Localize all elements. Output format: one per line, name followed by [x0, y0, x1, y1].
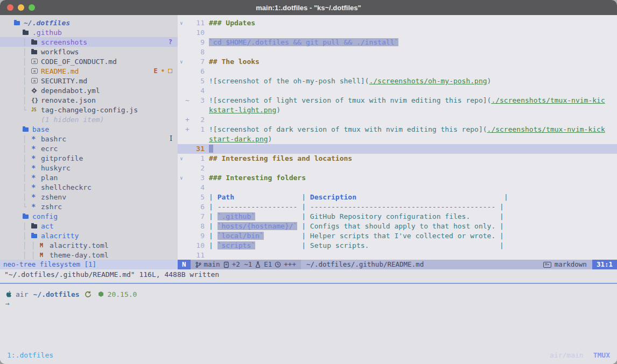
line-text: | `local/bin` | Helper scripts that I've… [205, 231, 617, 241]
gutter-sign [185, 144, 191, 154]
fold-column [178, 241, 185, 251]
star-icon: * [31, 202, 40, 211]
line-text: start-dark.png) [205, 134, 617, 144]
tree-item[interactable]: base [0, 124, 178, 134]
tree-item[interactable]: │*zshenv [0, 192, 178, 202]
tree-item[interactable]: │screenshots? [0, 37, 178, 47]
mode-indicator: N [178, 260, 191, 269]
tree-item[interactable]: .github [0, 27, 178, 37]
tree-item[interactable]: │{}renovate.json [0, 95, 178, 105]
tree-item-label: theme-day.toml [50, 251, 109, 259]
line-text: | `hosts/{hostname}/` | Configs that sho… [205, 222, 617, 231]
tree-item[interactable]: │*bashrcI [0, 134, 178, 144]
tree-item[interactable]: │act [0, 221, 178, 231]
tree-item[interactable]: │alacritty [0, 231, 178, 240]
tree-item[interactable]: │MREADME.mdE• [0, 66, 178, 76]
editor-line[interactable]: kstart-light.png) [178, 105, 617, 115]
editor-line[interactable]: +2 [178, 115, 617, 125]
tree-item-label: tag-changelog-config.js [41, 106, 138, 114]
tree-item[interactable]: │*ecrc [0, 144, 178, 153]
editor-line[interactable]: start-dark.png) [178, 134, 617, 144]
tree-item[interactable]: │*shellcheckrc [0, 182, 178, 192]
tree-item[interactable]: └*zshrc [0, 202, 178, 211]
tree-item[interactable]: └JStag-changelog-config.js [0, 105, 178, 115]
terminal-window: main:1:.dotfiles - "ks~/.dotfiles" ~/.do… [0, 0, 617, 364]
window-title: main:1:.dotfiles - "ks~/.dotfiles" [256, 4, 361, 12]
line-number: 1 [191, 154, 205, 163]
line-number [191, 134, 205, 144]
tree-item[interactable]: ││Mtheme-day.toml [0, 250, 178, 260]
editor-line[interactable]: 10| `scripts` | Setup scripts. | [178, 241, 617, 251]
shell-pane[interactable]: air ~/.dotfiles 20.15.0 → 1:.dotfiles ai… [0, 284, 617, 364]
editor-line[interactable]: 11 [178, 251, 617, 260]
tree-item[interactable]: config [0, 211, 178, 221]
tree-guides: │ [14, 96, 31, 104]
star-icon: * [31, 154, 40, 162]
fold-chevron-icon[interactable]: ∨ [178, 57, 185, 67]
tree-item[interactable]: ~/.dotfiles [0, 18, 178, 27]
editor-line[interactable]: 4 [178, 86, 617, 96]
tree-item-badges: ? [169, 38, 172, 46]
tree-item-label: zshrc [41, 203, 62, 211]
editor-line[interactable]: ∨11### Updates [178, 18, 617, 28]
editor-line[interactable]: 8| `hosts/{hostname}/` | Configs that sh… [178, 222, 617, 231]
tree-item-label: README.md [41, 67, 79, 75]
line-text: ![screenshot of light version of tmux wi… [205, 96, 617, 105]
line-text [205, 47, 617, 57]
editor-line[interactable]: 5| Path | Description | [178, 192, 617, 202]
editor-line[interactable]: 9| `local/bin` | Helper scripts that I'v… [178, 231, 617, 241]
editor-line[interactable]: ∨3### Interesting folders [178, 173, 617, 183]
fold-chevron-icon[interactable]: ∨ [178, 18, 185, 28]
editor-line[interactable]: 6 [178, 67, 617, 76]
minimize-button[interactable] [18, 4, 24, 11]
tree-guides: │ [14, 77, 31, 85]
editor-line[interactable]: ∨7## The looks [178, 57, 617, 67]
tree-item[interactable]: │MSECURITY.md [0, 76, 178, 85]
filepath-segment: ~/.dotfiles/.github/README.md M▾ markdow… [301, 260, 592, 269]
tree-item[interactable]: │*gitprofile [0, 153, 178, 163]
star-icon: * [31, 134, 40, 143]
line-text: | Path | Description | [205, 192, 617, 202]
editor-line[interactable]: 2 [178, 163, 617, 173]
tree-item[interactable]: │*plan [0, 173, 178, 182]
editor-line[interactable]: 10 [178, 28, 617, 38]
apple-icon [5, 290, 12, 298]
folder-dark-icon [23, 30, 32, 35]
fold-column [178, 28, 185, 38]
tree-item[interactable]: │dependabot.yml [0, 85, 178, 95]
editor-line[interactable]: 9`cd $HOME/.dotfiles && git pull && ./in… [178, 38, 617, 47]
editor-line[interactable]: 5![screenshot of the oh-my-posh shell](.… [178, 76, 617, 86]
fold-column [178, 134, 185, 144]
tree-item-label: act [41, 222, 53, 230]
editor-line[interactable]: 6| ------------------- | ---------------… [178, 202, 617, 212]
editor-line[interactable]: ∨1## Interesting files and locations [178, 154, 617, 163]
tree-item[interactable]: │workflows [0, 47, 178, 56]
cursor-position: 31:1 [592, 260, 617, 269]
tree-item[interactable]: │*huskyrc [0, 163, 178, 173]
fold-column [178, 47, 185, 57]
tree-item[interactable]: │MCODE_OF_CONDUCT.md [0, 56, 178, 66]
tmux-window-tab[interactable]: 1:.dotfiles [7, 351, 53, 359]
line-text: ![screenshot of dark version of tmux wit… [205, 125, 617, 134]
editor-line[interactable]: 8 [178, 47, 617, 57]
fold-chevron-icon[interactable]: ∨ [178, 154, 185, 163]
folder-dark-icon [31, 49, 40, 54]
fold-chevron-icon[interactable]: ∨ [178, 173, 185, 183]
fold-column [178, 144, 185, 154]
tree-item[interactable]: ││Malacritty.toml [0, 240, 178, 250]
tree-item[interactable]: (1 hidden item) [0, 115, 178, 124]
line-text: ### Interesting folders [205, 173, 617, 183]
tree-guides: │ [14, 38, 31, 46]
editor-line[interactable]: ~3![screenshot of light version of tmux … [178, 96, 617, 105]
close-button[interactable] [7, 4, 13, 11]
editor-line[interactable]: 4 [178, 183, 617, 192]
editor-buffer[interactable]: ∨11### Updates109`cd $HOME/.dotfiles && … [178, 15, 617, 260]
editor-line[interactable]: 31 [178, 144, 617, 154]
diff-file-icon [223, 261, 229, 268]
prompt-arrow[interactable]: → [5, 299, 617, 309]
line-number: 8 [191, 47, 205, 57]
editor-line[interactable]: +1![screenshot of dark version of tmux w… [178, 125, 617, 134]
zoom-button[interactable] [29, 4, 35, 11]
editor-line[interactable]: 7| `.github` | GitHub Repository configu… [178, 212, 617, 222]
fold-column [178, 192, 185, 202]
